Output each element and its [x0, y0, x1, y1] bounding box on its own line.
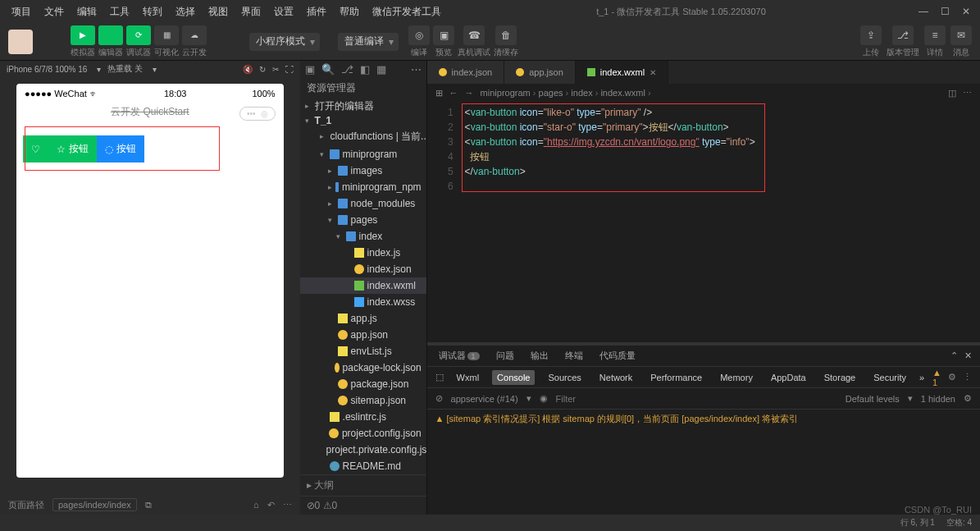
- open-editors[interactable]: ▸打开的编辑器: [300, 98, 426, 114]
- tab-index.wxml[interactable]: index.wxml✕: [576, 61, 668, 84]
- file-package.json[interactable]: package.json: [300, 376, 426, 392]
- tool-可视化[interactable]: ▦: [154, 25, 179, 45]
- action-清缓存[interactable]: 🗑: [495, 25, 517, 45]
- van-button-star[interactable]: ☆ 按钮: [48, 135, 97, 163]
- tree-root[interactable]: ▾T_1: [300, 114, 426, 127]
- rotate-icon[interactable]: ↻: [259, 65, 266, 74]
- file-package-lock.json[interactable]: package-lock.json: [300, 359, 426, 376]
- file-app.js[interactable]: app.js: [300, 310, 426, 327]
- clear-icon[interactable]: ⊘: [435, 393, 443, 404]
- menu-转到[interactable]: 转到: [138, 2, 167, 22]
- devtool-tab-Storage[interactable]: Storage: [819, 370, 861, 385]
- menu-视图[interactable]: 视图: [203, 2, 233, 22]
- split-icon[interactable]: ◫: [948, 88, 956, 98]
- git-icon[interactable]: ⎇: [341, 63, 353, 76]
- devtool-tab-Security[interactable]: Security: [868, 370, 911, 385]
- gear-icon[interactable]: ⚙: [948, 372, 956, 382]
- console-tab-代码质量[interactable]: 代码质量: [596, 348, 639, 364]
- file-node_modules[interactable]: ▸node_modules: [300, 195, 426, 212]
- minimize-icon[interactable]: —: [916, 6, 931, 17]
- console-message[interactable]: [sitemap 索引情况提示] 根据 sitemap 的规则[0]，当前页面 …: [435, 413, 972, 425]
- rtool-版本管理[interactable]: ⎇: [892, 25, 914, 45]
- menu-项目[interactable]: 项目: [7, 2, 36, 22]
- hidden-count[interactable]: 1 hidden: [921, 394, 955, 404]
- console-tab-终端[interactable]: 终端: [562, 348, 586, 364]
- file-miniprogram[interactable]: ▾miniprogram: [300, 146, 426, 163]
- file-index.js[interactable]: index.js: [300, 245, 426, 261]
- action-编译[interactable]: ◎: [408, 25, 430, 45]
- analyze-icon[interactable]: ◧: [360, 63, 370, 76]
- console-tab-输出[interactable]: 输出: [527, 348, 552, 364]
- menu-选择[interactable]: 选择: [171, 2, 200, 22]
- warning-count[interactable]: ▲ 1: [932, 368, 941, 387]
- mute-icon[interactable]: 🔇: [243, 65, 253, 74]
- close-icon[interactable]: ✕: [959, 6, 973, 17]
- eye-icon[interactable]: ◉: [540, 393, 548, 404]
- page-path[interactable]: pages/index/index: [52, 498, 137, 511]
- rtool-消息[interactable]: ✉: [950, 25, 972, 45]
- toggle-icon[interactable]: ⊞: [435, 88, 443, 98]
- file-miniprogram_npm[interactable]: ▸miniprogram_npm: [300, 179, 426, 195]
- file-README.md[interactable]: README.md: [300, 458, 426, 474]
- action-真机调试[interactable]: ☎: [463, 25, 485, 45]
- console-tab-调试器[interactable]: 调试器1: [435, 348, 483, 364]
- rtool-详情[interactable]: ≡: [924, 25, 946, 45]
- menu-文件[interactable]: 文件: [39, 2, 69, 22]
- file-index[interactable]: ▾index: [300, 228, 426, 245]
- rtool-上传[interactable]: ⇪: [860, 25, 882, 45]
- back-icon[interactable]: ←: [449, 88, 458, 98]
- mode-select[interactable]: 小程序模式: [249, 33, 320, 51]
- tab-app.json[interactable]: app.json: [504, 61, 576, 84]
- menu-界面[interactable]: 界面: [236, 2, 266, 22]
- menu-帮助[interactable]: 帮助: [335, 2, 364, 22]
- tool-云开发[interactable]: ☁: [182, 25, 207, 45]
- close-icon[interactable]: ✕: [964, 350, 972, 361]
- devtool-tab-Wxml[interactable]: Wxml: [452, 370, 485, 385]
- hotreload-label[interactable]: 热重载 关: [107, 63, 143, 75]
- levels-select[interactable]: Default levels: [846, 394, 900, 404]
- file-index.wxss[interactable]: index.wxss: [300, 294, 426, 310]
- filter-input[interactable]: [556, 394, 837, 404]
- tab-index.json[interactable]: index.json: [427, 61, 505, 84]
- inspect-icon[interactable]: ⬚: [435, 372, 444, 382]
- breadcrumb[interactable]: ⊞ ← → miniprogram › pages › index › inde…: [427, 84, 980, 102]
- van-button-like[interactable]: ♡: [23, 135, 48, 163]
- close-icon[interactable]: ✕: [650, 68, 656, 77]
- more-icon[interactable]: ⋯: [963, 88, 972, 98]
- device-label[interactable]: iPhone 6/7/8 100% 16: [7, 65, 87, 74]
- tool-编辑器[interactable]: [98, 25, 123, 45]
- code-editor[interactable]: <van-button icon="like-o" type="primary"…: [460, 102, 980, 342]
- forward-icon[interactable]: →: [465, 88, 474, 98]
- tool-模拟器[interactable]: ▶: [71, 25, 95, 45]
- file-sitemap.json[interactable]: sitemap.json: [300, 392, 426, 409]
- file-envList.js[interactable]: envList.js: [300, 343, 426, 359]
- more-icon[interactable]: ⋮: [963, 372, 972, 382]
- devtool-tab-Network[interactable]: Network: [595, 370, 637, 385]
- devtool-tab-Sources[interactable]: Sources: [543, 370, 586, 385]
- tool-调试器[interactable]: ⟳: [126, 25, 151, 45]
- capsule[interactable]: •••◎: [239, 107, 276, 121]
- indent-setting[interactable]: 空格: 4: [946, 517, 972, 529]
- more-icon[interactable]: ⋯: [283, 500, 292, 510]
- menu-设置[interactable]: 设置: [269, 2, 299, 22]
- file-project.config.json[interactable]: project.config.json: [300, 425, 426, 442]
- avatar[interactable]: [8, 30, 33, 54]
- console-tab-问题[interactable]: 问题: [493, 348, 517, 364]
- compile-select[interactable]: 普通编译: [338, 33, 399, 51]
- back-icon[interactable]: ↶: [267, 500, 275, 510]
- home-icon[interactable]: ⌂: [253, 500, 259, 510]
- file-cloudfunctions | 当前...[interactable]: ▸cloudfunctions | 当前...: [300, 127, 426, 146]
- file-app.json[interactable]: app.json: [300, 327, 426, 343]
- extension-icon[interactable]: ▦: [376, 63, 386, 76]
- menu-插件[interactable]: 插件: [302, 2, 331, 22]
- outline[interactable]: ▸ 大纲: [300, 474, 426, 496]
- menu-编辑[interactable]: 编辑: [72, 2, 102, 22]
- devtool-tab-Console[interactable]: Console: [492, 370, 535, 385]
- action-预览[interactable]: ▣: [433, 25, 454, 45]
- file-images[interactable]: ▸images: [300, 163, 426, 179]
- gear-icon[interactable]: ⚙: [964, 393, 972, 404]
- expand-icon[interactable]: ⛶: [285, 65, 294, 74]
- cursor-position[interactable]: 行 6, 列 1: [900, 517, 935, 529]
- devtool-tab-AppData[interactable]: AppData: [766, 370, 811, 385]
- problems-count[interactable]: ⊘0 ⚠0: [300, 496, 426, 515]
